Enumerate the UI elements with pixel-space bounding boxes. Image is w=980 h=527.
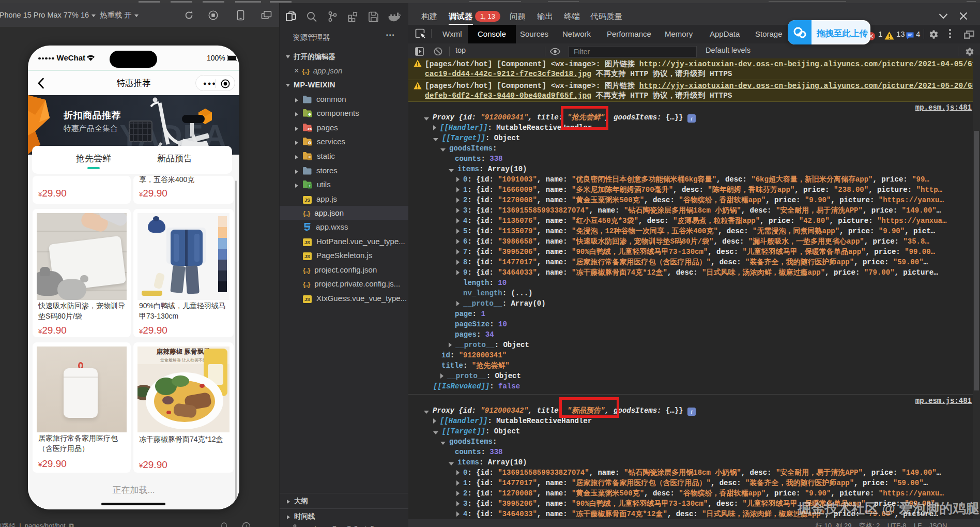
svg-text:⚙: ⚙: [308, 141, 312, 145]
svg-text:+: +: [309, 184, 311, 188]
svg-text:i: i: [246, 523, 247, 527]
svg-text:<>: <>: [308, 127, 313, 131]
svg-text:❖: ❖: [308, 112, 312, 117]
svg-text:≡: ≡: [309, 155, 311, 160]
